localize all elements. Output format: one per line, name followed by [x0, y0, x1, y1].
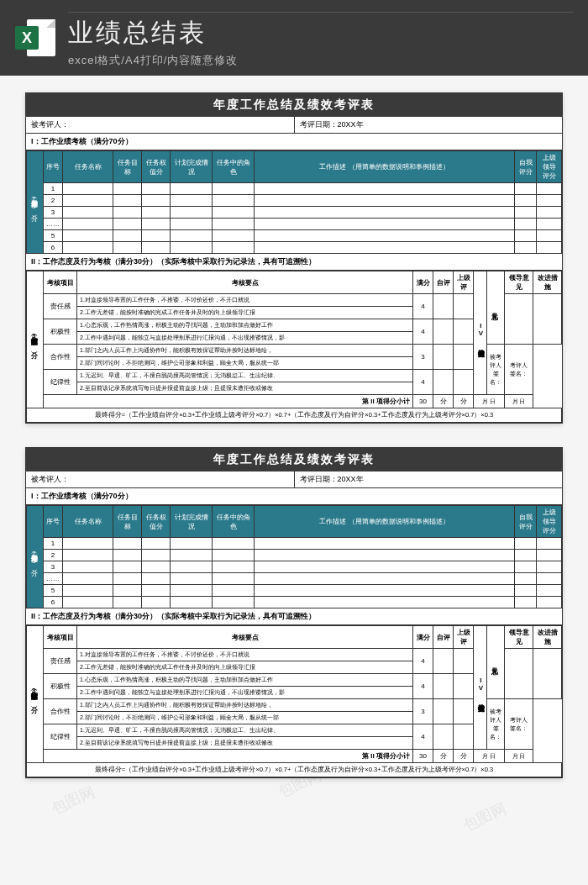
section2-table: 态度绩效指标（30分） 考核项目 考核要点 满分 自评 上级评 IV 指导与改进… [26, 271, 562, 423]
date-cell: 考评日期：20XX年 [295, 117, 563, 133]
excel-icon: X [15, 18, 55, 58]
evaluatee-label: 被考评人： [26, 471, 295, 487]
sheet-title: 年度工作总结及绩效考评表 [26, 93, 562, 117]
sub-title: excel格式/A4打印/内容随意修改 [68, 53, 573, 68]
main-title: 业绩总结表 [68, 16, 573, 50]
section1-table: 工作计划履行考评（70分） 序号 任务名称 任务目标 任务权值分 计划完成情况 … [26, 505, 562, 608]
evaluatee-label: 被考评人： [26, 117, 295, 133]
date-cell: 考评日期：20XX年 [295, 471, 563, 487]
info-row: 被考评人： 考评日期：20XX年 [26, 471, 562, 488]
section1-label: I：工作业绩考核（满分70分） [26, 134, 562, 150]
sheet-preview-2: 年度工作总结及绩效考评表 被考评人： 考评日期：20XX年 I：工作业绩考核（满… [25, 447, 563, 778]
section1-label: I：工作业绩考核（满分70分） [26, 488, 562, 505]
section1-table: 工作计划履行考评（70分） 序号 任务名称 任务目标 任务权值分 计划完成情况 … [26, 150, 562, 254]
sheet-preview-1: 年度工作总结及绩效考评表 被考评人： 考评日期：20XX年 I：工作业绩考核（满… [25, 92, 563, 424]
section2-table: 态度绩效指标（30分） 考核项目 考核要点 满分 自评 上级评 IV 指导与改进… [26, 625, 562, 777]
section2-label: II：工作态度及行为考核（满分30分）（实际考核中采取行为记录法，具有可追溯性） [26, 254, 562, 271]
sheet-title: 年度工作总结及绩效考评表 [26, 448, 562, 471]
page-header: X 业绩总结表 excel格式/A4打印/内容随意修改 [0, 0, 588, 76]
info-row: 被考评人： 考评日期：20XX年 [26, 117, 562, 134]
section2-label: II：工作态度及行为考核（满分30分）（实际考核中采取行为记录法，具有可追溯性） [26, 608, 562, 625]
